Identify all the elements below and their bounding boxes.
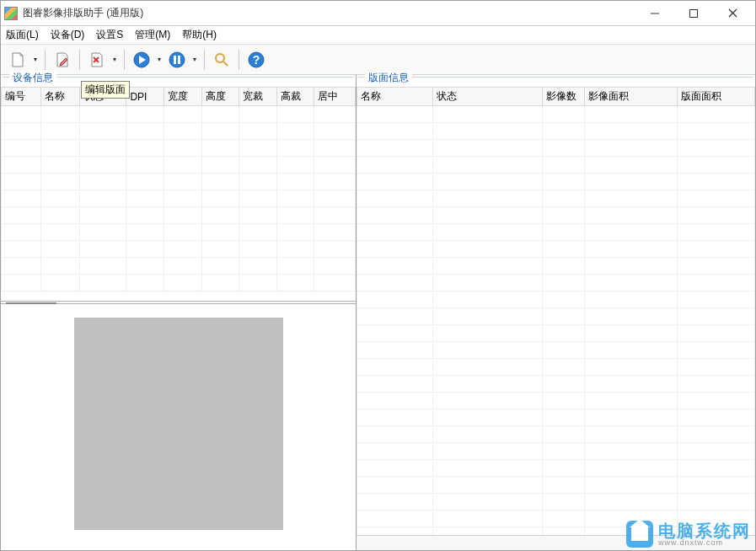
edit-icon <box>54 51 71 68</box>
app-icon <box>4 7 18 20</box>
separator <box>79 50 80 70</box>
table-row[interactable] <box>357 207 755 224</box>
right-pane: 版面信息 名称 状态 影像数 影像面积 版面面积 <box>357 75 755 550</box>
table-row[interactable] <box>357 342 755 359</box>
preview-area <box>1 304 356 550</box>
table-row[interactable] <box>357 494 755 511</box>
device-info-title: 设备信息 <box>9 71 56 85</box>
col-name[interactable]: 名称 <box>40 88 80 106</box>
table-row[interactable] <box>357 224 755 241</box>
table-row[interactable] <box>357 292 755 308</box>
edit-button[interactable] <box>51 48 74 72</box>
table-row[interactable] <box>2 174 356 190</box>
svg-rect-8 <box>174 56 176 64</box>
layout-table[interactable]: 名称 状态 影像数 影像面积 版面面积 <box>357 87 755 535</box>
col-dpi[interactable]: DPI <box>126 88 164 106</box>
table-row[interactable] <box>357 409 755 426</box>
play-icon <box>132 51 151 69</box>
device-table[interactable]: 编号 名称 状态 DPI 宽度 高度 宽裁 高裁 居中 <box>1 87 356 301</box>
col-center[interactable]: 居中 <box>314 88 356 106</box>
table-row[interactable] <box>357 443 755 460</box>
table-row[interactable] <box>357 241 755 258</box>
table-row[interactable] <box>357 477 755 494</box>
col-height[interactable]: 高度 <box>201 88 239 106</box>
pause-button[interactable] <box>165 48 189 72</box>
table-row[interactable] <box>357 376 755 393</box>
delete-button[interactable] <box>85 48 109 72</box>
table-row[interactable] <box>357 123 755 140</box>
play-dropdown[interactable]: ▾ <box>155 48 164 72</box>
new-dropdown[interactable]: ▾ <box>31 48 40 72</box>
content-area: 设备信息 编号 名称 状态 DPI 宽度 高度 宽裁 <box>1 75 755 550</box>
menu-manage[interactable]: 管理(M) <box>135 28 170 42</box>
table-row[interactable] <box>357 511 755 527</box>
table-row[interactable] <box>2 207 356 224</box>
help-button[interactable]: ? <box>244 48 268 72</box>
pause-icon <box>168 51 186 69</box>
maximize-button[interactable] <box>674 2 713 25</box>
pause-dropdown[interactable]: ▾ <box>190 48 199 72</box>
delete-dropdown[interactable]: ▾ <box>110 48 119 72</box>
table-row[interactable] <box>2 275 356 292</box>
table-row[interactable] <box>357 140 755 157</box>
svg-point-10 <box>216 54 224 62</box>
lcol-status[interactable]: 状态 <box>433 88 543 106</box>
close-button[interactable] <box>713 2 752 25</box>
table-row[interactable] <box>357 157 755 174</box>
document-icon <box>9 51 26 68</box>
table-row[interactable] <box>2 106 356 123</box>
table-row[interactable] <box>357 174 755 190</box>
table-row[interactable] <box>357 258 755 275</box>
col-width[interactable]: 宽度 <box>164 88 201 106</box>
table-row[interactable] <box>2 241 356 258</box>
menu-help[interactable]: 帮助(H) <box>182 28 217 42</box>
maximize-icon <box>689 9 698 18</box>
delete-icon <box>88 51 105 68</box>
table-row[interactable] <box>357 359 755 376</box>
table-row[interactable] <box>357 393 755 409</box>
help-icon: ? <box>247 51 265 69</box>
table-row[interactable] <box>357 527 755 536</box>
layout-info-title: 版面信息 <box>365 71 412 85</box>
table-row[interactable] <box>2 258 356 275</box>
table-row[interactable] <box>2 123 356 140</box>
search-icon <box>213 51 230 68</box>
menubar: 版面(L) 设备(D) 设置S 管理(M) 帮助(H) <box>1 26 755 45</box>
svg-point-7 <box>169 52 185 67</box>
separator <box>124 50 125 70</box>
device-info-group: 设备信息 <box>3 77 354 87</box>
right-statusbar <box>357 535 755 550</box>
table-row[interactable] <box>2 224 356 241</box>
table-row[interactable] <box>2 140 356 157</box>
close-icon <box>728 8 737 18</box>
svg-line-11 <box>223 62 228 66</box>
table-row[interactable] <box>2 157 356 174</box>
table-row[interactable] <box>357 325 755 342</box>
window-title: 图睿影像排版助手 (通用版) <box>23 6 143 20</box>
lcol-layoutarea[interactable]: 版面面积 <box>678 88 755 106</box>
table-row[interactable] <box>357 308 755 325</box>
menu-settings[interactable]: 设置S <box>96 28 123 42</box>
table-row[interactable] <box>357 426 755 443</box>
lcol-name[interactable]: 名称 <box>357 88 433 106</box>
search-button[interactable] <box>210 48 233 72</box>
table-row[interactable] <box>357 460 755 477</box>
col-id[interactable]: 编号 <box>2 88 41 106</box>
menu-layout[interactable]: 版面(L) <box>6 28 39 42</box>
table-row[interactable] <box>357 275 755 292</box>
col-cropw[interactable]: 宽裁 <box>239 88 277 106</box>
table-row[interactable] <box>357 106 755 123</box>
minimize-icon <box>651 9 659 18</box>
table-row[interactable] <box>2 190 356 207</box>
svg-rect-1 <box>690 9 698 17</box>
lcol-imgarea[interactable]: 影像面积 <box>585 88 678 106</box>
play-button[interactable] <box>130 48 153 72</box>
new-button[interactable] <box>6 48 29 72</box>
lcol-imgcount[interactable]: 影像数 <box>543 88 585 106</box>
minimize-button[interactable] <box>635 2 674 25</box>
separator <box>239 50 239 70</box>
preview-placeholder <box>74 318 283 530</box>
menu-device[interactable]: 设备(D) <box>51 28 85 42</box>
table-row[interactable] <box>357 190 755 207</box>
col-croph[interactable]: 高裁 <box>276 88 314 106</box>
